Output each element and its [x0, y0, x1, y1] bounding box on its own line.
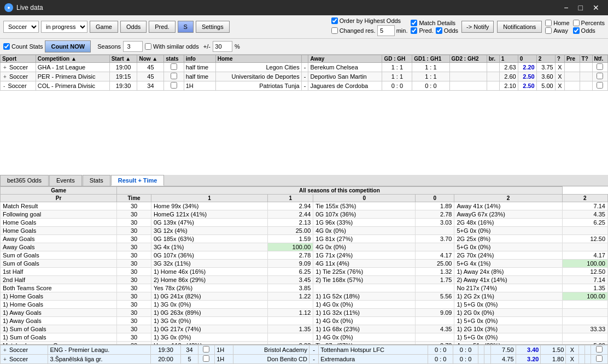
stats-cell-v1: 1) 3G 0x (0%): [151, 301, 267, 309]
stats-checkbox[interactable]: [203, 346, 209, 353]
seasons-input[interactable]: [123, 41, 143, 52]
ntf-checkbox[interactable]: [597, 73, 603, 79]
stats-cell-n0: [416, 284, 454, 292]
stats-cell-n1: [268, 317, 313, 325]
tabs-row: bet365 Odds Events Stats Result + Time: [0, 175, 608, 186]
pct-input[interactable]: [213, 41, 232, 52]
odds-chk-label: Odds: [436, 27, 458, 34]
match-details-checkbox[interactable]: [411, 20, 417, 26]
expand-btn[interactable]: -: [2, 83, 6, 89]
pred-checkbox[interactable]: [411, 27, 417, 34]
sport-select[interactable]: Soccer: [3, 21, 39, 33]
expand-btn[interactable]: +: [2, 356, 8, 362]
cell-stats: [164, 81, 184, 91]
stats-cell-n2: [562, 317, 607, 325]
expand-btn[interactable]: +: [2, 74, 8, 80]
cell-away: Deportivo San Martin: [308, 72, 382, 81]
similar-odds-checkbox[interactable]: [145, 43, 151, 50]
cell-t: [584, 355, 591, 364]
tab-events[interactable]: Events: [49, 175, 82, 186]
tab-bet365-odds[interactable]: bet365 Odds: [0, 175, 49, 186]
stats-cell-v2: 1) 5+G 0x (0%): [454, 317, 562, 325]
away-checkbox[interactable]: [545, 27, 552, 34]
cell-stats: [198, 345, 215, 355]
stats-row: Sum of Goals 30 3G 32x (11%) 9.09 4G 11x…: [1, 260, 608, 268]
stats-cell-n0: [416, 243, 454, 251]
table-row: + Soccer GHA - 1st League 19:00 45 half …: [1, 63, 608, 72]
cell-info: 1H: [215, 355, 233, 364]
odds2-checkbox[interactable]: [573, 27, 580, 34]
pred-button[interactable]: Pred.: [149, 21, 175, 33]
order-highest-odds-checkbox[interactable]: [331, 17, 338, 24]
table-row: + Soccer PER - Primera Divisic 19:15 45 …: [1, 72, 608, 81]
min-input[interactable]: [377, 25, 395, 36]
cell-away: Extremadura: [319, 355, 428, 364]
stats-col-1b: 1: [268, 195, 313, 202]
stats-cell-pr: 30: [117, 210, 151, 219]
order-highest-odds-label: Order by Highest Odds: [331, 17, 408, 24]
notifications-button[interactable]: Notifications: [497, 21, 542, 33]
stats-checkbox[interactable]: [171, 63, 177, 70]
status-select[interactable]: in progress: [41, 21, 87, 33]
stats-cell-name: 1) Home Goals: [1, 301, 117, 309]
cell-gd2: [449, 72, 487, 81]
stats-cell-n0: 5.56: [416, 292, 454, 301]
cell-sep: -: [301, 72, 308, 81]
stats-row: Match Result 30 Home 99x (34%) 2.94 Tie …: [1, 202, 608, 210]
stats-cell-v0: 2) Tie 168x (57%): [313, 276, 416, 284]
stats-cell-v2: 1) 5+G 0x (0%): [454, 301, 562, 309]
pred-label: Pred.: [411, 27, 433, 34]
home-checkbox[interactable]: [545, 20, 552, 26]
stats-cell-n0: [416, 301, 454, 309]
stats-checkbox[interactable]: [171, 73, 177, 79]
ntf-checkbox[interactable]: [597, 82, 603, 89]
expand-btn[interactable]: +: [2, 64, 8, 71]
minimize-button[interactable]: −: [559, 2, 572, 13]
settings-button[interactable]: Settings: [196, 21, 230, 33]
stats-checkbox[interactable]: [171, 82, 177, 89]
odds-checkbox[interactable]: [436, 27, 442, 34]
cell-info: 1H: [215, 345, 233, 355]
stats-cell-name: Away Goals: [1, 243, 117, 251]
cell-o1: 2.63: [499, 63, 518, 72]
changed-res-checkbox[interactable]: [331, 27, 338, 34]
tab-stats[interactable]: Stats: [83, 175, 110, 186]
cell-t: [580, 81, 592, 91]
ntf-checkbox[interactable]: [596, 346, 603, 353]
stats-cell-v0: [313, 284, 416, 292]
ntf-checkbox[interactable]: [597, 63, 603, 70]
ntf-checkbox[interactable]: [596, 355, 603, 362]
stats-cell-v1: 0G 185x (63%): [151, 235, 267, 243]
stats-checkbox[interactable]: [203, 355, 209, 362]
close-button[interactable]: ✕: [588, 2, 604, 13]
game-button[interactable]: Game: [90, 21, 118, 33]
tab-result-time[interactable]: Result + Time: [111, 175, 165, 186]
s-button[interactable]: S: [178, 21, 194, 33]
cell-gd: 1 : 1: [382, 63, 412, 72]
percents-checkbox[interactable]: [573, 20, 580, 26]
count-now-button[interactable]: Count NOW: [45, 40, 91, 52]
cell-pre: [578, 345, 584, 355]
expand-btn[interactable]: +: [2, 347, 8, 353]
bottom-table-row: + Soccer 3.Španělská liga gr. 20:00 5 1H…: [1, 355, 608, 364]
odds-button[interactable]: Odds: [120, 21, 147, 33]
notify-button[interactable]: -> Notify: [461, 21, 494, 33]
stats-cell-n2: 7.14: [562, 202, 607, 210]
stats-cell-name: 1) Sum of Goals: [1, 333, 117, 342]
cell-gd: 0 : 0: [428, 355, 453, 364]
stats-cell-n0: 3.70: [416, 235, 454, 243]
count-stats-checkbox[interactable]: [3, 43, 10, 50]
cell-competition: COL - Primera Divisic: [36, 81, 109, 91]
match-details-label: Match Details: [411, 20, 458, 26]
stats-cell-name: Match Result: [1, 202, 117, 210]
stats-col-0b: 0: [416, 195, 454, 202]
maximize-button[interactable]: □: [574, 2, 587, 13]
stats-cell-v0: 4G 0x (0%): [313, 227, 416, 235]
cell-away: Berekum Chelsea: [308, 63, 382, 72]
stats-cell-v2: Away 41x (14%): [454, 202, 562, 210]
col-gd1: GD1 : GH1: [412, 55, 449, 63]
stats-cell-v1: HomeG 121x (41%): [151, 210, 267, 219]
stats-cell-name: Sum of Goals: [1, 251, 117, 260]
cell-gd2: [449, 81, 487, 91]
stats-cell-pr: 30: [117, 276, 151, 284]
